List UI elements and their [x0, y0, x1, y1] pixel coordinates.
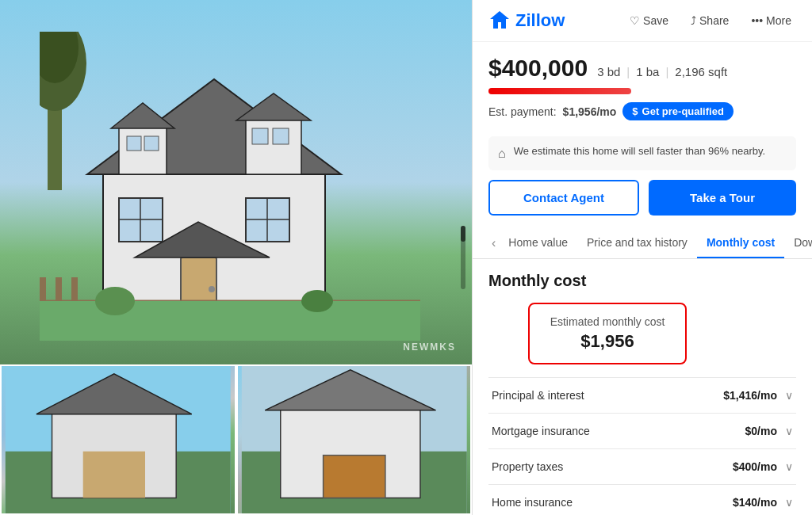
thumbnail-strip [0, 364, 472, 515]
estimated-cost-label: Estimated monthly cost [546, 315, 669, 328]
cost-row: Mortgage insurance $0/mo ∨ [488, 414, 796, 449]
zestimate-bar-container [488, 88, 796, 94]
estimated-cost-amount: $1,956 [546, 331, 669, 352]
cost-row: Home insurance $140/mo ∨ [488, 485, 796, 515]
logo-text: Zillow [515, 10, 565, 31]
tab-down-payment[interactable]: Down pa... [784, 228, 812, 258]
more-dots-icon: ••• [751, 14, 763, 27]
cost-row-right: $400/mo ∨ [733, 460, 793, 473]
cost-row: Principal & interest $1,416/mo ∨ [488, 378, 796, 414]
property-tabs: ‹ Home value Price and tax history Month… [473, 228, 812, 259]
header: Zillow ♡ Save ⤴ Share ••• More [473, 0, 812, 42]
svg-marker-42 [490, 11, 509, 29]
section-title: Monthly cost [488, 272, 796, 290]
svg-point-31 [301, 290, 333, 312]
svg-rect-29 [40, 301, 420, 341]
expand-icon[interactable]: ∨ [785, 460, 793, 473]
expand-icon[interactable]: ∨ [785, 425, 793, 437]
image-panel: NEWMKS [0, 0, 472, 515]
svg-rect-10 [246, 119, 301, 174]
contact-agent-button[interactable]: Contact Agent [488, 180, 639, 216]
cost-row-label: Mortgage insurance [492, 425, 590, 437]
est-payment-label: Est. payment: [488, 105, 557, 118]
heart-icon: ♡ [630, 14, 640, 27]
right-panel: Zillow ♡ Save ⤴ Share ••• More $400,000 … [472, 0, 812, 515]
thumbnail-1[interactable] [0, 364, 236, 515]
tab-price-tax[interactable]: Price and tax history [577, 228, 697, 258]
svg-rect-12 [252, 128, 268, 144]
divider-1: | [626, 65, 630, 78]
svg-rect-27 [56, 277, 62, 301]
share-button[interactable]: ⤴ Share [686, 11, 733, 30]
take-tour-button[interactable]: Take a Tour [649, 180, 796, 216]
cost-row-right: $140/mo ∨ [733, 496, 793, 509]
zestimate-bar [488, 88, 631, 94]
est-payment-amount: $1,956/mo [563, 105, 617, 118]
share-label: Share [699, 14, 729, 27]
cost-rows: Principal & interest $1,416/mo ∨ Mortgag… [488, 377, 796, 515]
price-section: $400,000 3 bd | 1 ba | 2,196 sqft Est. p… [473, 42, 812, 130]
watermark: NEWMKS [403, 341, 456, 353]
cost-row-value: $400/mo [733, 460, 777, 473]
cost-row-label: Home insurance [492, 496, 573, 509]
monthly-cost-section: Monthly cost Estimated monthly cost $1,9… [473, 259, 812, 515]
cost-row-right: $0/mo ∨ [745, 425, 793, 437]
cost-row-value: $140/mo [733, 496, 777, 509]
svg-rect-13 [273, 128, 289, 144]
divider-2: | [665, 65, 668, 78]
more-label: More [766, 14, 791, 27]
cost-row-value: $1,416/mo [723, 389, 777, 402]
logo: Zillow [488, 10, 565, 32]
svg-point-21 [209, 286, 215, 292]
save-button[interactable]: ♡ Save [625, 11, 673, 30]
cost-row-label: Property taxes [492, 460, 563, 473]
pre-qualified-button[interactable]: $ Get pre-qualified [622, 102, 733, 120]
svg-rect-28 [71, 277, 78, 301]
listing-price: $400,000 [488, 55, 588, 82]
expand-icon[interactable]: ∨ [785, 496, 793, 509]
info-banner: ⌂ We estimate this home will sell faster… [488, 136, 796, 170]
svg-rect-36 [83, 452, 145, 498]
price-row: $400,000 3 bd | 1 ba | 2,196 sqft [488, 55, 796, 82]
svg-rect-9 [144, 136, 159, 151]
pre-qualified-label: Get pre-qualified [642, 105, 724, 117]
svg-rect-41 [323, 456, 385, 498]
house-illustration [40, 32, 420, 341]
est-payment-row: Est. payment: $1,956/mo $ Get pre-qualif… [488, 102, 796, 120]
thumbnail-2[interactable] [236, 364, 473, 515]
header-actions: ♡ Save ⤴ Share ••• More [625, 11, 796, 30]
estimated-cost-box: Estimated monthly cost $1,956 [528, 303, 687, 364]
baths-spec: 1 ba [636, 65, 659, 78]
tab-prev-arrow[interactable]: ‹ [488, 236, 499, 250]
beds-spec: 3 bd [597, 65, 620, 78]
dollar-icon: $ [632, 105, 638, 117]
cost-row: Property taxes $400/mo ∨ [488, 449, 796, 485]
cost-row-value: $0/mo [745, 425, 777, 437]
share-icon: ⤴ [691, 14, 696, 27]
action-buttons: Contact Agent Take a Tour [473, 180, 812, 228]
svg-rect-8 [127, 136, 141, 151]
cost-row-label: Principal & interest [492, 389, 584, 402]
expand-icon[interactable]: ∨ [785, 389, 793, 402]
home-info-icon: ⌂ [498, 145, 506, 162]
save-label: Save [643, 14, 668, 27]
main-photo[interactable]: NEWMKS [0, 0, 472, 364]
info-text: We estimate this home will sell faster t… [514, 144, 765, 158]
svg-rect-6 [119, 127, 167, 174]
svg-point-30 [95, 287, 135, 315]
property-specs: 3 bd | 1 ba | 2,196 sqft [597, 65, 727, 78]
zillow-logo-icon [488, 10, 511, 32]
scrollbar[interactable] [461, 226, 465, 289]
cost-row-right: $1,416/mo ∨ [723, 389, 793, 402]
more-button[interactable]: ••• More [746, 11, 796, 30]
tab-monthly-cost[interactable]: Monthly cost [697, 228, 784, 258]
tab-home-value[interactable]: Home value [499, 228, 577, 258]
sqft-spec: 2,196 sqft [675, 65, 727, 78]
svg-rect-26 [40, 277, 46, 301]
